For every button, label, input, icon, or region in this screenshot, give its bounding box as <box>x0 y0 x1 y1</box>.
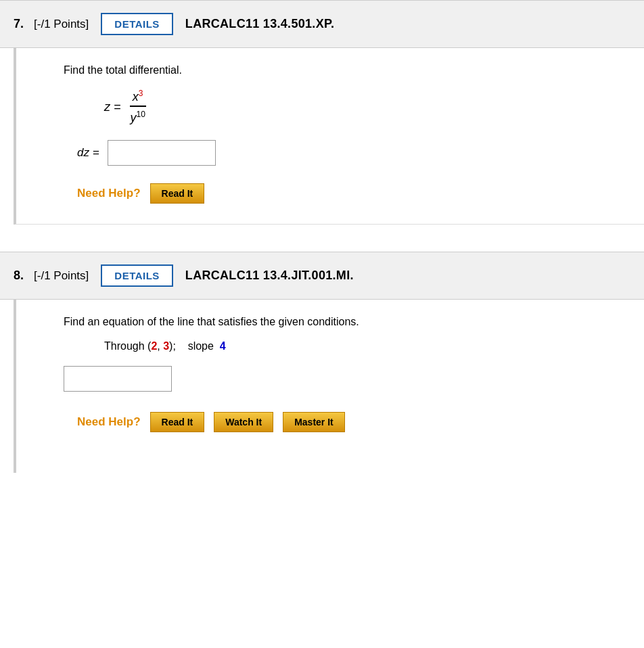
through-line: Through (2, 3); slope 4 <box>104 340 624 352</box>
numerator-q7: x3 <box>130 89 146 107</box>
answer-input-q7[interactable] <box>108 140 216 166</box>
through-label: Through <box>104 340 145 352</box>
problem-8-code: LARCALC11 13.4.JIT.001.MI. <box>185 269 354 283</box>
y-coord: 3 <box>163 340 169 352</box>
master-it-button-q8[interactable]: Master It <box>283 412 345 432</box>
problem-7-header: 7. [-/1 Points] DETAILS LARCALC11 13.4.5… <box>0 0 644 48</box>
problem-8: 8. [-/1 Points] DETAILS LARCALC11 13.4.J… <box>0 252 644 473</box>
problem-7-number: 7. [-/1 Points] <box>14 17 89 31</box>
details-button-7[interactable]: DETAILS <box>101 13 173 35</box>
answer-row-q7: dz = <box>77 140 624 166</box>
denominator-q7: y10 <box>128 108 148 125</box>
watch-it-button-q8[interactable]: Watch It <box>214 412 273 432</box>
dz-label: dz = <box>77 146 99 160</box>
problem-7: 7. [-/1 Points] DETAILS LARCALC11 13.4.5… <box>0 0 644 225</box>
slope-label: slope <box>188 340 214 352</box>
need-help-q8: Need Help? Read It Watch It Master It <box>77 412 624 432</box>
z-equals: z = <box>104 100 121 114</box>
problem-7-code: LARCALC11 13.4.501.XP. <box>185 17 334 31</box>
spacer <box>0 225 644 252</box>
read-it-button-q8[interactable]: Read It <box>150 412 205 432</box>
need-help-label-q7: Need Help? <box>77 187 141 200</box>
answer-input-q8[interactable] <box>64 366 172 392</box>
need-help-label-q8: Need Help? <box>77 415 141 429</box>
problem-8-number: 8. [-/1 Points] <box>14 269 89 283</box>
fraction-q7: x3 y10 <box>128 89 148 125</box>
problem-8-content: Find an equation of the line that satisf… <box>14 300 644 473</box>
read-it-button-q7[interactable]: Read It <box>150 183 205 204</box>
formula-q7: z = x3 y10 <box>104 89 624 125</box>
slope-value: 4 <box>220 340 226 352</box>
answer-row-q8 <box>64 366 624 392</box>
need-help-q7: Need Help? Read It <box>77 183 624 204</box>
x-coord: 2 <box>151 340 157 352</box>
problem-8-instruction: Find an equation of the line that satisf… <box>64 316 624 328</box>
details-button-8[interactable]: DETAILS <box>101 264 173 287</box>
problem-7-instruction: Find the total differential. <box>64 64 624 76</box>
problem-8-header: 8. [-/1 Points] DETAILS LARCALC11 13.4.J… <box>0 252 644 300</box>
problem-7-content: Find the total differential. z = x3 y10 … <box>14 48 644 225</box>
